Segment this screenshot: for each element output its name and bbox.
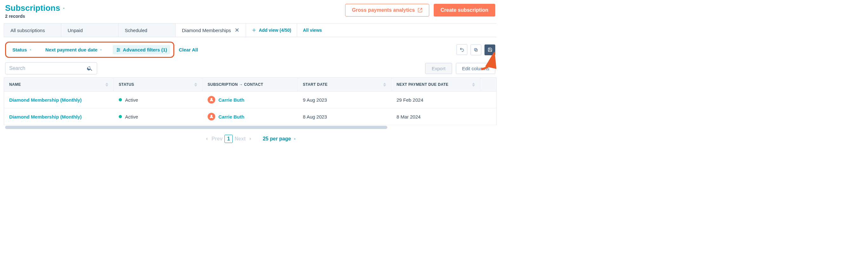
column-next-payment[interactable]: NEXT PAYMENT DUE DATE (392, 78, 480, 91)
contact-link[interactable]: Carrie Buth (218, 114, 245, 119)
start-date: 9 Aug 2023 (303, 97, 327, 103)
record-count: 2 records (5, 14, 345, 19)
contact-link[interactable]: Carrie Buth (218, 97, 245, 103)
subscription-name-link[interactable]: Diamond Membership (Monthly) (9, 114, 82, 119)
chevron-right-icon[interactable] (248, 136, 253, 142)
chevron-left-icon[interactable] (204, 136, 210, 142)
view-tabs: All subscriptions Unpaid Scheduled Diamo… (4, 23, 497, 37)
start-date: 8 Aug 2023 (303, 114, 327, 119)
svg-rect-7 (474, 48, 476, 51)
status-text: Active (125, 114, 138, 119)
page-number[interactable]: 1 (224, 135, 233, 143)
svg-point-4 (119, 49, 120, 50)
subscriptions-table: NAME STATUS SUBSCRIPTION → CONTACT START… (4, 78, 497, 125)
gross-payments-analytics-button[interactable]: Gross payments analytics (345, 4, 429, 17)
next-page[interactable]: Next (235, 136, 246, 142)
add-view-button[interactable]: Add view (4/50) (246, 24, 297, 37)
page-title: Subscriptions (5, 3, 60, 13)
column-start-date[interactable]: START DATE (298, 78, 392, 91)
save-view-button[interactable] (485, 45, 495, 55)
avatar (208, 96, 215, 104)
filter-chips-highlight: Status Next payment due date Advanced fi… (5, 41, 174, 58)
column-status[interactable]: STATUS (114, 78, 203, 91)
copy-icon (474, 48, 478, 52)
export-button[interactable]: Export (425, 63, 452, 74)
sort-icon (105, 83, 108, 87)
sliders-icon (116, 47, 121, 52)
table-row: Diamond Membership (Monthly) Active Carr… (4, 108, 496, 125)
search-input[interactable] (9, 65, 87, 71)
prev-page[interactable]: Prev (212, 136, 222, 142)
status-text: Active (125, 97, 138, 103)
chevron-down-icon (62, 6, 66, 10)
pager: Prev 1 Next 25 per page (4, 129, 497, 145)
status-dot-icon (119, 115, 122, 118)
next-payment-due-date-filter[interactable]: Next payment due date (42, 45, 106, 54)
status-filter[interactable]: Status (9, 45, 35, 54)
sort-icon (472, 83, 475, 87)
save-icon (488, 47, 492, 52)
svg-point-5 (117, 51, 118, 52)
svg-point-3 (118, 48, 118, 49)
column-name[interactable]: NAME (4, 78, 114, 91)
external-link-icon (417, 8, 423, 13)
avatar (208, 113, 215, 120)
chevron-down-icon (99, 48, 102, 52)
per-page-select[interactable]: 25 per page (263, 136, 297, 142)
tab-diamond-memberships[interactable]: Diamond Memberships ✕ (176, 24, 246, 37)
page-title-dropdown[interactable]: Subscriptions (5, 3, 66, 13)
tab-all-subscriptions[interactable]: All subscriptions (4, 24, 61, 37)
svg-rect-6 (475, 49, 477, 52)
sort-icon (194, 83, 197, 87)
create-subscription-button[interactable]: Create subscription (434, 4, 495, 17)
column-contact[interactable]: SUBSCRIPTION → CONTACT (203, 78, 298, 91)
clear-all-filters[interactable]: Clear All (179, 47, 198, 52)
tab-unpaid[interactable]: Unpaid (61, 24, 118, 37)
clone-view-button[interactable] (470, 45, 481, 55)
close-icon[interactable]: ✕ (235, 27, 239, 33)
chevron-down-icon (293, 137, 297, 141)
plus-icon (252, 28, 256, 32)
undo-icon (459, 47, 464, 52)
table-row: Diamond Membership (Monthly) Active Carr… (4, 91, 496, 108)
status-dot-icon (119, 98, 122, 102)
advanced-filters-button[interactable]: Advanced filters (1) (113, 45, 170, 54)
column-overflow (480, 78, 496, 91)
subscription-name-link[interactable]: Diamond Membership (Monthly) (9, 97, 82, 103)
search-icon (87, 65, 93, 71)
undo-button[interactable] (457, 44, 467, 55)
all-views-button[interactable]: All views (297, 24, 328, 37)
tab-scheduled[interactable]: Scheduled (118, 24, 176, 37)
edit-columns-button[interactable]: Edit columns (456, 63, 495, 74)
next-payment-date: 8 Mar 2024 (397, 114, 421, 119)
search-input-wrap[interactable] (5, 62, 97, 74)
next-payment-date: 29 Feb 2024 (397, 97, 423, 103)
horizontal-scrollbar[interactable] (5, 126, 495, 129)
gross-payments-label: Gross payments analytics (352, 7, 415, 13)
chevron-down-icon (29, 48, 32, 52)
sort-icon (383, 83, 386, 87)
